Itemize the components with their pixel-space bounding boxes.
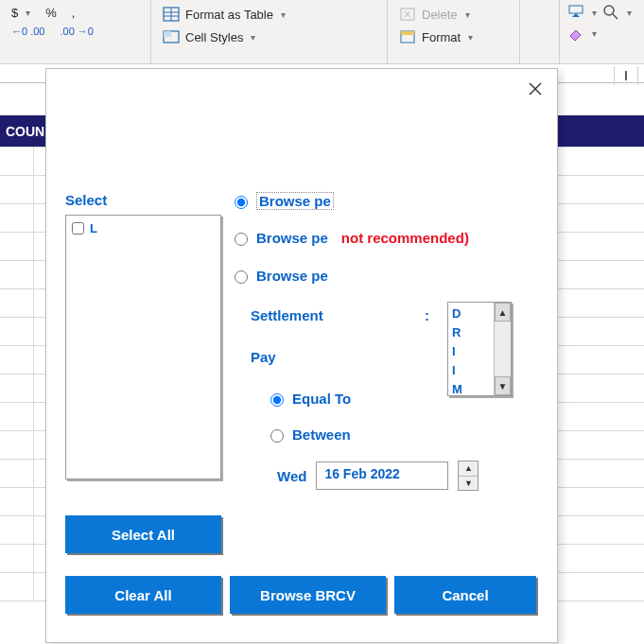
pay-label: Pay — [251, 349, 276, 365]
close-button[interactable] — [521, 75, 549, 103]
not-recommended-label: not recommended) — [341, 230, 469, 246]
fill-button[interactable]: ▾ — [567, 4, 597, 21]
format-as-table-label: Format as Table — [185, 8, 273, 22]
clear-button[interactable]: ▾ — [567, 25, 636, 42]
table-icon — [163, 6, 180, 23]
delete-label: Delete — [422, 8, 458, 22]
clear-all-button[interactable]: Clear All — [65, 576, 221, 614]
browse-radio-2[interactable] — [235, 233, 248, 246]
browse-radio-3[interactable] — [235, 270, 248, 284]
browse-option-2[interactable]: Browse pe not recommended) — [230, 230, 469, 246]
clear-all-label: Clear All — [114, 587, 171, 603]
format-label: Format — [422, 30, 461, 44]
dollar-label: $ — [11, 6, 18, 20]
equal-to-label: Equal To — [292, 391, 351, 407]
chevron-down-icon: ▾ — [592, 8, 597, 18]
between-option[interactable]: Between — [266, 426, 351, 443]
date-value: 16 Feb 2022 — [324, 466, 399, 481]
editing-group: ▾ ▾ ▾ — [559, 0, 644, 64]
chevron-down-icon: ▾ — [627, 8, 632, 18]
svg-line-13 — [613, 14, 618, 19]
svg-rect-10 — [401, 31, 414, 35]
cell-styles-button[interactable]: Cell Styles ▾ — [159, 26, 379, 47]
comma-label: , — [72, 6, 76, 20]
delete-cells-icon — [399, 6, 416, 23]
list-item[interactable]: L — [72, 221, 215, 235]
ribbon: $▾ % , ←0 .00 .00 →0 Format as Table ▾ C… — [0, 0, 644, 64]
close-icon — [528, 81, 543, 96]
chevron-down-icon: ▾ — [465, 9, 470, 20]
spin-up-button[interactable]: ▲ — [459, 461, 478, 477]
percent-label: % — [45, 6, 57, 20]
format-button[interactable]: Format ▾ — [395, 26, 512, 47]
chevron-down-icon: ▾ — [468, 32, 473, 43]
select-all-button[interactable]: Select All — [65, 515, 221, 553]
increase-decimal-button[interactable]: .00 →0 — [56, 24, 96, 39]
percent-button[interactable]: % — [42, 4, 61, 22]
date-spinner[interactable]: ▲ ▼ — [458, 461, 479, 491]
settlement-list-content: D R I I M — [452, 305, 492, 399]
list-item-label: L — [90, 221, 97, 235]
between-radio[interactable] — [270, 429, 284, 443]
settlement-colon: : — [425, 307, 429, 323]
currency-dropdown[interactable]: $▾ — [8, 4, 34, 22]
comma-button[interactable]: , — [68, 4, 79, 22]
scroll-up-button[interactable]: ▲ — [495, 303, 511, 322]
between-label: Between — [292, 426, 351, 443]
cancel-label: Cancel — [442, 587, 488, 603]
browse-option-2-label: Browse pe — [256, 230, 328, 246]
browse-option-1[interactable]: Browse pe — [230, 192, 334, 210]
search-icon — [602, 4, 619, 21]
date-input[interactable]: 16 Feb 2022 — [316, 461, 448, 490]
equal-to-radio[interactable] — [270, 393, 284, 407]
decrease-decimal-button[interactable]: ←0 .00 — [8, 24, 48, 39]
select-listbox[interactable]: L — [65, 215, 221, 479]
svg-rect-5 — [164, 31, 171, 37]
browse-brcv-label: Browse BRCV — [260, 587, 356, 603]
fill-down-icon — [567, 4, 584, 21]
settlement-label: Settlement — [251, 307, 323, 323]
scrollbar[interactable]: ▲ ▼ — [494, 303, 511, 395]
weekday-label: Wed — [277, 468, 306, 484]
equal-to-option[interactable]: Equal To — [266, 391, 351, 407]
settlement-listbox[interactable]: D R I I M ▲ ▼ — [447, 302, 512, 396]
chevron-down-icon: ▾ — [281, 9, 286, 20]
select-all-label: Select All — [112, 527, 175, 543]
browse-option-1-label: Browse pe — [256, 192, 334, 210]
browse-radio-1[interactable] — [235, 196, 248, 209]
browse-option-3-label: Browse pe — [256, 268, 328, 284]
delete-button[interactable]: Delete ▾ — [395, 4, 512, 25]
browse-option-3[interactable]: Browse pe — [230, 268, 328, 284]
eraser-icon — [567, 25, 584, 42]
browse-dialog: Select L Browse pe Browse pe not recomme… — [45, 68, 558, 643]
cell-styles-icon — [163, 28, 180, 45]
spin-down-button[interactable]: ▼ — [459, 477, 478, 491]
chevron-down-icon: ▾ — [26, 8, 30, 18]
list-item-checkbox[interactable] — [72, 222, 84, 235]
chevron-down-icon: ▾ — [251, 32, 255, 43]
svg-point-12 — [604, 6, 614, 15]
format-as-table-button[interactable]: Format as Table ▾ — [159, 4, 379, 25]
cancel-button[interactable]: Cancel — [394, 576, 536, 614]
svg-rect-11 — [569, 6, 583, 13]
find-button[interactable]: ▾ — [602, 4, 632, 21]
scroll-down-button[interactable]: ▼ — [495, 376, 511, 395]
select-label: Select — [65, 192, 107, 208]
cell-styles-label: Cell Styles — [185, 30, 243, 44]
browse-brcv-button[interactable]: Browse BRCV — [230, 576, 386, 614]
date-row: Wed 16 Feb 2022 ▲ ▼ — [277, 461, 479, 491]
chevron-down-icon: ▾ — [592, 28, 597, 39]
format-cells-icon — [399, 28, 416, 45]
